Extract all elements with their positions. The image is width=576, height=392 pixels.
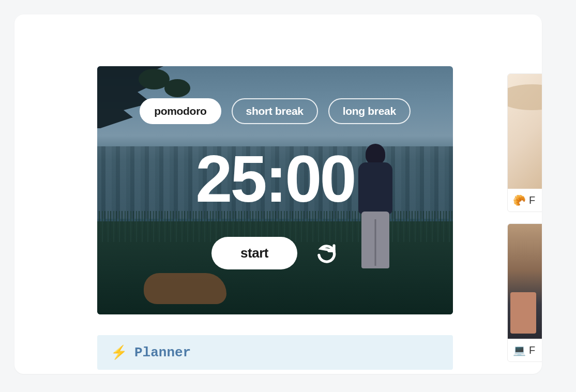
main-card: pomodoro short break long break 25:00 st… [14, 14, 542, 374]
tab-pomodoro[interactable]: pomodoro [140, 98, 221, 124]
planner-title: Planner [134, 345, 191, 360]
planner-section[interactable]: ⚡ Planner [97, 335, 453, 370]
reset-icon [316, 243, 337, 264]
sidebar: 🥐 F 💻 F [507, 73, 542, 362]
timer-controls: start [211, 237, 339, 269]
sidebar-card-1[interactable]: 🥐 F [507, 73, 542, 212]
start-button[interactable]: start [211, 237, 297, 269]
timer-content: pomodoro short break long break 25:00 st… [97, 66, 453, 314]
sidebar-card-1-text: F [529, 194, 535, 206]
tab-short-break[interactable]: short break [232, 98, 318, 124]
timer-display: 25:00 [195, 146, 354, 212]
croissant-icon: 🥐 [513, 194, 526, 206]
reset-button[interactable] [314, 241, 339, 266]
tab-long-break[interactable]: long break [328, 98, 411, 124]
sidebar-card-2-image [508, 224, 542, 339]
lightning-icon: ⚡ [111, 344, 127, 360]
sidebar-card-2[interactable]: 💻 F [507, 223, 542, 362]
sidebar-card-2-label: 💻 F [508, 339, 542, 361]
sidebar-card-1-image [508, 74, 542, 189]
sidebar-card-2-text: F [529, 344, 535, 356]
laptop-icon: 💻 [513, 344, 526, 356]
sidebar-card-1-label: 🥐 F [508, 189, 542, 212]
pomodoro-timer-widget: pomodoro short break long break 25:00 st… [97, 66, 453, 314]
mode-tabs: pomodoro short break long break [140, 98, 411, 124]
